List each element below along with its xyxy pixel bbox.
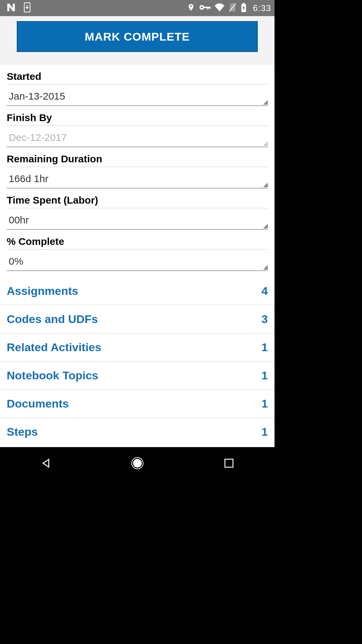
home-button[interactable] xyxy=(130,456,145,471)
started-label: Started xyxy=(7,71,268,84)
link-count: 1 xyxy=(261,425,268,438)
svg-rect-5 xyxy=(209,7,210,9)
link-count: 1 xyxy=(261,369,268,382)
link-steps[interactable]: Steps 1 xyxy=(0,418,275,446)
divider xyxy=(7,167,268,167)
form-area: Started Jan-13-2015 Finish By Dec-12-201… xyxy=(0,65,275,277)
link-label: Steps xyxy=(7,425,38,438)
status-bar: 6:33 xyxy=(0,0,275,16)
link-codes-udfs[interactable]: Codes and UDFs 3 xyxy=(0,305,275,333)
dropdown-caret-icon xyxy=(263,182,268,187)
link-count: 1 xyxy=(261,397,268,410)
back-button[interactable] xyxy=(39,456,53,471)
link-label: Assignments xyxy=(7,284,78,298)
link-assignments[interactable]: Assignments 4 xyxy=(0,277,275,305)
divider xyxy=(7,125,268,126)
remaining-duration-value: 166d 1hr xyxy=(9,173,48,184)
link-count: 1 xyxy=(261,341,268,354)
field-time-spent: Time Spent (Labor) 00hr xyxy=(7,195,268,230)
mark-complete-button[interactable]: MARK COMPLETE xyxy=(17,21,258,52)
divider xyxy=(7,84,268,85)
percent-complete-select[interactable]: 0% xyxy=(7,252,268,271)
field-finish-by: Finish By Dec-12-2017 xyxy=(7,112,268,147)
svg-point-10 xyxy=(133,459,141,467)
svg-point-2 xyxy=(201,6,203,8)
time-spent-value: 00hr xyxy=(9,214,29,226)
remaining-duration-label: Remaining Duration xyxy=(7,153,268,167)
dropdown-caret-icon xyxy=(263,265,268,270)
status-left-icons xyxy=(6,2,32,14)
finish-by-value: Dec-12-2017 xyxy=(9,132,67,143)
recent-apps-button[interactable] xyxy=(222,456,236,471)
time-spent-select[interactable]: 00hr xyxy=(7,211,268,230)
link-documents[interactable]: Documents 1 xyxy=(0,390,275,418)
dropdown-caret-icon xyxy=(263,224,268,228)
dropdown-caret-icon xyxy=(263,100,268,105)
percent-complete-value: 0% xyxy=(9,256,23,267)
finish-by-label: Finish By xyxy=(7,112,268,125)
link-count: 3 xyxy=(261,313,268,326)
svg-rect-8 xyxy=(243,3,245,4)
key-icon xyxy=(199,4,210,12)
location-icon xyxy=(187,3,195,13)
content-area: MARK COMPLETE Started Jan-13-2015 Finish… xyxy=(0,16,275,447)
status-right-icons: 6:33 xyxy=(187,3,271,13)
link-count: 4 xyxy=(261,284,268,298)
svg-rect-11 xyxy=(225,459,233,467)
time-spent-label: Time Spent (Labor) xyxy=(7,195,268,208)
battery-charging-icon xyxy=(241,3,247,13)
dropdown-caret-icon xyxy=(263,141,268,146)
divider xyxy=(7,208,268,208)
link-label: Related Activities xyxy=(7,341,101,354)
field-percent-complete: % Complete 0% xyxy=(7,236,268,271)
field-started: Started Jan-13-2015 xyxy=(7,71,268,106)
field-remaining-duration: Remaining Duration 166d 1hr xyxy=(7,153,268,189)
remaining-duration-select[interactable]: 166d 1hr xyxy=(7,170,268,189)
percent-complete-label: % Complete xyxy=(7,236,268,249)
link-label: Notebook Topics xyxy=(7,369,98,382)
mark-complete-label: MARK COMPLETE xyxy=(85,30,190,43)
header-area: MARK COMPLETE xyxy=(0,16,275,65)
started-value: Jan-13-2015 xyxy=(9,91,65,102)
link-related-activities[interactable]: Related Activities 1 xyxy=(0,333,275,362)
started-select[interactable]: Jan-13-2015 xyxy=(7,87,268,106)
svg-rect-4 xyxy=(207,7,208,9)
link-label: Documents xyxy=(7,397,69,410)
link-notebook-topics[interactable]: Notebook Topics 1 xyxy=(0,362,275,390)
finish-by-select[interactable]: Dec-12-2017 xyxy=(7,128,268,147)
navigation-bar xyxy=(0,447,275,479)
link-label: Codes and UDFs xyxy=(7,313,98,326)
sim-off-icon xyxy=(229,3,237,13)
n-icon xyxy=(6,2,16,14)
wifi-icon xyxy=(215,3,225,13)
status-time: 6:33 xyxy=(253,3,271,13)
divider xyxy=(7,249,268,250)
download-notification-icon xyxy=(23,2,32,14)
link-list: Assignments 4 Codes and UDFs 3 Related A… xyxy=(0,277,275,446)
